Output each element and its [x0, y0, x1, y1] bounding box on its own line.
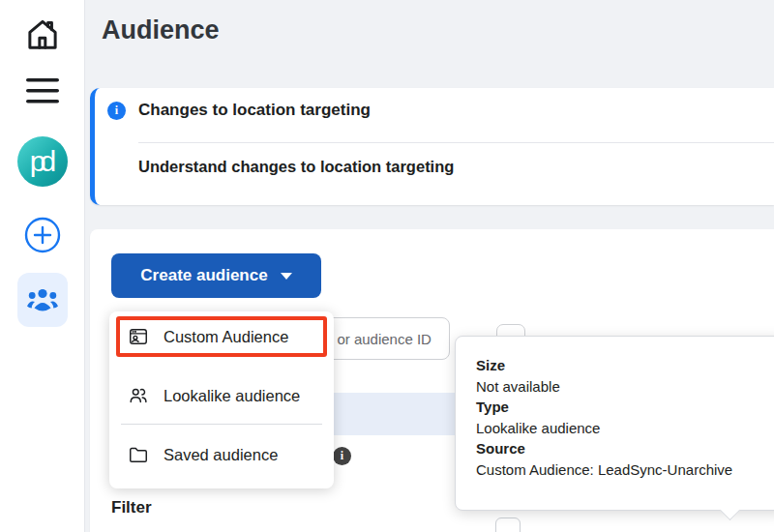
menu-item-label: Saved audience [164, 446, 278, 464]
banner-divider [138, 142, 774, 143]
tooltip-value-source: Custom Audience: LeadSync-Unarchive [476, 459, 774, 481]
banner-title: Changes to location targeting [138, 101, 371, 120]
create-audience-dropdown: Custom Audience Lookalike audience S [109, 311, 334, 488]
lookalike-audience-icon [128, 385, 149, 406]
tooltip-label-size: Size [476, 355, 774, 376]
main-content: Audience i Changes to location targeting… [85, 0, 774, 532]
audiences-icon [26, 285, 59, 314]
filter-section-title: Filter [111, 498, 152, 517]
sidebar-item-home[interactable] [0, 12, 85, 58]
sidebar-item-audiences[interactable] [0, 271, 85, 329]
sidebar-item-menu[interactable] [0, 72, 85, 110]
audience-details-tooltip: Size Not available Type Lookalike audien… [455, 336, 774, 511]
saved-audience-icon [128, 444, 149, 465]
info-icon: i [107, 102, 126, 120]
sidebar-active-highlight [17, 273, 68, 327]
sidebar-item-create[interactable] [0, 213, 85, 257]
banner-header-row: i Changes to location targeting [107, 101, 371, 120]
location-targeting-banner: i Changes to location targeting Understa… [90, 88, 774, 205]
menu-item-label: Custom Audience [164, 328, 288, 346]
tooltip-value-type: Lookalike audience [476, 418, 774, 439]
menu-item-custom-audience[interactable]: Custom Audience [109, 316, 334, 357]
sidebar-item-app-logo[interactable]: pd [0, 133, 85, 190]
pd-logo-icon: pd [17, 136, 68, 187]
audiences-page: { "colors": { "accent_blue": "#1877F2", … [0, 0, 774, 532]
menu-divider [121, 424, 322, 425]
table-info-icon[interactable]: i [333, 447, 351, 465]
create-audience-label: Create audience [140, 266, 267, 285]
pd-logo-text: pd [30, 145, 50, 178]
menu-item-saved-audience[interactable]: Saved audience [109, 434, 334, 475]
tooltip-value-size: Not available [476, 376, 774, 398]
custom-audience-icon [128, 326, 149, 347]
sidebar: pd [0, 0, 85, 532]
menu-icon [25, 75, 60, 106]
menu-item-lookalike-audience[interactable]: Lookalike audience [109, 375, 334, 416]
page-title: Audience [102, 15, 220, 45]
home-icon [22, 15, 63, 55]
menu-item-label: Lookalike audience [164, 387, 300, 405]
tooltip-label-type: Type [476, 397, 774, 418]
plus-circle-icon [23, 216, 62, 254]
create-audience-button[interactable]: Create audience [111, 253, 321, 298]
row-checkbox[interactable] [495, 517, 521, 532]
tooltip-label-source: Source [476, 438, 774, 459]
chevron-down-icon [281, 273, 292, 280]
banner-link[interactable]: Understand changes to location targeting [138, 158, 454, 176]
